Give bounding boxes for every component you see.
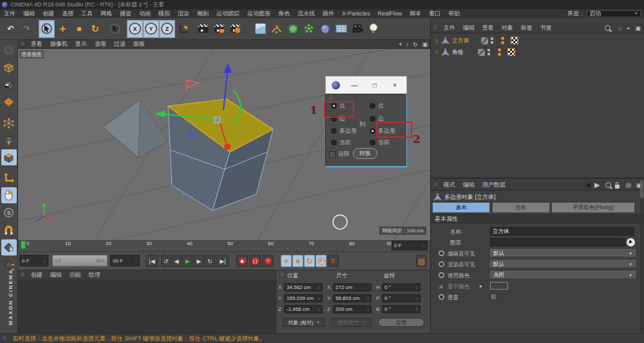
render-region-button[interactable]: ▶ [211,20,227,38]
redo-button[interactable]: ↷ [19,20,35,38]
spinner-icon[interactable]: ↕ [416,285,419,290]
spinner-icon[interactable]: ↕ [423,243,426,248]
search-icon[interactable] [605,25,611,31]
am-menu-mode[interactable]: 模式 [440,181,459,189]
timeline-mode-button[interactable]: ▤ [416,255,427,267]
axis-modification-button[interactable] [1,170,17,186]
visibility-dots[interactable] [498,48,501,56]
viewport-menu-panel[interactable]: 面板 [129,40,149,48]
layer-input[interactable] [490,238,619,246]
add-mograph-button[interactable] [301,20,317,38]
spinner-icon[interactable]: ↕ [318,285,321,290]
material-menu-edit[interactable]: 编辑 [46,271,66,279]
menu-xparticles[interactable]: X-Particles [338,10,374,17]
om-menu-file[interactable]: 文件 [440,24,459,32]
menu-edit[interactable]: 编辑 [19,10,39,18]
layer-dots[interactable] [491,37,493,44]
editor-visible-state-icon[interactable] [439,250,444,256]
size-y-field[interactable]: 56.803 cm↕ [333,294,372,302]
end-frame-field[interactable]: 90 F↕ [110,255,140,266]
size-z-field[interactable]: 200 cm↕ [333,305,372,313]
material-menu-texture[interactable]: 纹理 [85,271,104,279]
spinner-icon[interactable]: ↕ [416,307,419,311]
menu-create[interactable]: 创建 [39,10,58,18]
texture-tag-icon[interactable] [511,37,518,44]
spinner-icon[interactable]: ↕ [416,296,419,301]
edit-state-icon[interactable] [478,49,485,56]
menu-mograph[interactable]: 运动图形 [243,10,274,18]
keyframe-selection-button[interactable]: ? [262,255,274,267]
menu-pipeline[interactable]: 流水线 [294,10,319,18]
viewport-menu-view[interactable]: 查看 [27,40,46,48]
close-button[interactable]: × [389,82,401,89]
key-pla-button[interactable]: ⠿ [328,255,339,267]
viewport-solo-button[interactable] [1,187,17,203]
add-generator-button[interactable] [285,20,301,38]
xray-state-icon[interactable] [439,294,444,300]
viewport-menu-camera[interactable]: 摄像机 [46,40,71,48]
spinner-icon[interactable]: ↕ [318,296,321,301]
panel-grip-icon[interactable]: ⠿ [280,272,284,278]
dialog-titlebar[interactable]: — □ × [325,76,407,94]
goto-end-button[interactable]: ▶| [216,255,229,267]
spinner-icon[interactable]: ↕ [318,307,321,311]
maximize-button[interactable]: □ [369,82,381,89]
menu-sculpt[interactable]: 雕刻 [193,10,213,18]
workplane-button[interactable] [1,94,17,110]
menu-script[interactable]: 脚本 [406,10,425,18]
rot-b-field[interactable]: 0 °↕ [382,305,421,313]
attribute-scrollbar[interactable] [640,180,643,333]
enable-snap-button[interactable] [1,222,17,238]
undo-view-button[interactable] [1,42,17,58]
pos-x-field[interactable]: 34.562 cm↕ [284,283,323,292]
convert-button[interactable]: 转换 [353,148,377,159]
radio-from-current[interactable]: 当前 [331,138,351,147]
object-name[interactable]: 立方体 [452,37,469,45]
display-color-swatch[interactable] [490,282,508,290]
move-tool-button[interactable]: + [55,20,71,38]
coordinate-mode-dropdown[interactable]: 对象 (相对)▼ [283,318,325,327]
scrollbar-thumb[interactable] [640,180,643,198]
menu-tools[interactable]: 工具 [77,10,97,18]
x-axis-lock-button[interactable]: X [127,20,143,38]
viewport-rotate-icon[interactable]: ↻ [411,41,420,48]
points-mode-button[interactable] [1,115,17,131]
panel-grip-icon[interactable]: ⠿ [21,41,24,47]
next-frame-button[interactable]: ▶ [194,255,204,267]
history-forward-icon[interactable]: ▶ [592,181,601,189]
menu-window[interactable]: 窗口 [425,10,444,18]
loop-button[interactable]: ↻ [205,255,215,267]
texture-tag-icon[interactable] [507,48,515,56]
timeline-ruler[interactable]: 0 10 20 30 40 50 60 70 80 90 0 F↕ [18,240,430,252]
object-name[interactable]: 角锥 [452,48,464,57]
frame-field[interactable]: 0 F↕ [392,241,428,250]
panel-box-icon[interactable]: ▣ [632,25,644,32]
menu-realflow[interactable]: RealFlow [374,10,406,17]
radio-to-current[interactable]: 当前 [370,138,390,147]
menu-motion-tracker[interactable]: 运动跟踪 [213,10,243,18]
path-dot-icon[interactable]: ● [624,26,632,30]
previous-frame-button[interactable]: ◀ [171,255,182,267]
add-deformer-button[interactable] [317,20,333,38]
panel-grip-icon[interactable]: ⠿ [21,272,24,278]
pos-z-field[interactable]: -1.956 cm↕ [284,305,323,313]
rotate-tool-button[interactable]: ↻ [87,20,103,38]
radio-to-points[interactable]: 点 [370,102,384,110]
am-menu-userdata[interactable]: 用户数据 [478,181,509,189]
menu-animate[interactable]: 动画 [135,10,155,18]
undo-button[interactable]: ↶ [3,20,19,38]
tab-phong[interactable]: 平滑着色(Phong) [552,203,634,212]
add-environment-button[interactable] [333,20,349,38]
om-menu-bookmarks[interactable]: 书签 [536,24,556,32]
om-menu-objects[interactable]: 对象 [498,24,517,32]
add-spline-button[interactable] [269,20,285,38]
menu-help[interactable]: 帮助 [444,10,464,18]
name-input[interactable]: 立方体 [490,227,634,236]
material-menu-function[interactable]: 功能 [66,271,85,279]
spinner-icon[interactable]: ↕ [367,296,370,301]
play-button[interactable]: ▶ [182,255,193,267]
rot-p-field[interactable]: 0 °↕ [382,294,421,302]
editor-visible-dropdown[interactable]: 默认▼ [490,249,636,257]
size-mode-dropdown[interactable]: 绝对尺寸▼ [332,318,372,327]
scale-tool-button[interactable]: ■ [71,20,87,38]
